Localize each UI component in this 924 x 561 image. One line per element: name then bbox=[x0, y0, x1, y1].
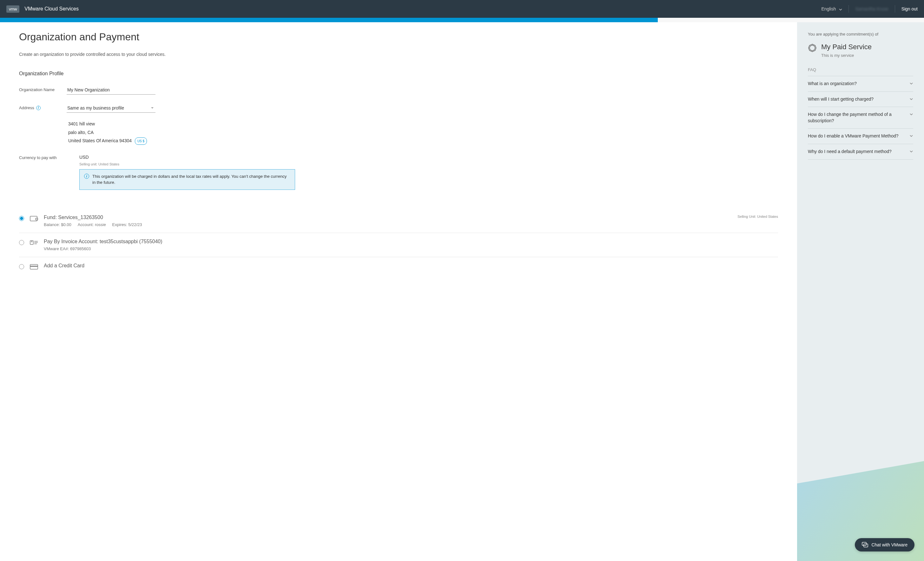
currency-info-alert: i This organization will be charged in d… bbox=[80, 169, 295, 190]
chevron-down-icon bbox=[909, 113, 913, 116]
chevron-down-icon bbox=[839, 6, 842, 11]
payment-account: Account: rossie bbox=[78, 222, 106, 227]
faq-item[interactable]: How do I change the payment method of a … bbox=[808, 107, 913, 128]
faq-heading: FAQ bbox=[808, 67, 913, 72]
chat-icon bbox=[862, 542, 868, 547]
faq-question: When will I start getting charged? bbox=[808, 96, 873, 102]
address-display: 3401 hill view palo alto, CA United Stat… bbox=[68, 120, 778, 145]
faq-question: Why do I need a default payment method? bbox=[808, 149, 892, 155]
user-name[interactable]: Samantha Kruse bbox=[855, 6, 888, 11]
payment-option-fund[interactable]: Fund: Services_13263500 Balance: $0.00 A… bbox=[19, 209, 778, 233]
svg-rect-8 bbox=[30, 266, 38, 267]
info-icon: i bbox=[84, 174, 89, 179]
chevron-down-icon bbox=[909, 149, 913, 153]
divider bbox=[895, 5, 895, 13]
logo: vmw bbox=[6, 5, 20, 13]
svg-marker-10 bbox=[810, 45, 815, 51]
language-label: English bbox=[822, 6, 836, 11]
faq-item[interactable]: What is an organization? bbox=[808, 76, 913, 92]
faq-question: What is an organization? bbox=[808, 81, 857, 87]
payment-title: Fund: Services_13263500 bbox=[44, 215, 732, 220]
faq-item[interactable]: Why do I need a default payment method? bbox=[808, 144, 913, 160]
progress-bar bbox=[0, 18, 658, 22]
service-name: My Paid Service bbox=[821, 43, 872, 51]
main-content: Organization and Payment Create an organ… bbox=[0, 22, 797, 561]
payment-title: Add a Credit Card bbox=[44, 263, 778, 269]
address-label: Address i bbox=[19, 104, 67, 110]
wallet-icon bbox=[30, 215, 38, 222]
selling-unit-hint: Selling unit: United States bbox=[80, 162, 778, 166]
svg-rect-0 bbox=[30, 216, 37, 221]
payment-option-credit-card[interactable]: Add a Credit Card bbox=[19, 257, 778, 276]
sidebar-apply-text: You are applying the commitment(s) of bbox=[808, 32, 913, 36]
address-select[interactable]: Same as my business profile bbox=[67, 104, 156, 113]
payment-methods-list: Fund: Services_13263500 Balance: $0.00 A… bbox=[19, 209, 778, 276]
info-alert-text: This organization will be charged in dol… bbox=[92, 173, 290, 186]
payment-expires: Expires: 5/22/23 bbox=[112, 222, 142, 227]
page-title: Organization and Payment bbox=[19, 31, 778, 43]
radio[interactable] bbox=[19, 240, 24, 245]
chevron-down-icon bbox=[909, 134, 913, 138]
faq-item[interactable]: When will I start getting charged? bbox=[808, 92, 913, 107]
chevron-down-icon bbox=[909, 81, 913, 86]
section-header-org-profile: Organization Profile bbox=[19, 71, 778, 77]
org-name-input[interactable] bbox=[67, 86, 156, 95]
service-desc: This is my service bbox=[821, 53, 872, 58]
chat-label: Chat with VMware bbox=[872, 542, 908, 547]
address-line-1: 3401 hill view bbox=[68, 120, 778, 128]
address-line-2: palo alto, CA bbox=[68, 128, 778, 137]
address-line-3: United States Of America 94304 bbox=[68, 138, 132, 143]
info-icon[interactable]: i bbox=[36, 106, 40, 110]
org-name-label: Organization Name bbox=[19, 86, 67, 92]
credit-card-icon bbox=[30, 263, 38, 270]
payment-ea: VMware EA#: 697985603 bbox=[44, 247, 91, 251]
global-header: vmw VMware Cloud Services English Samant… bbox=[0, 0, 924, 18]
currency-badge: US $ bbox=[135, 137, 147, 145]
currency-value: USD bbox=[80, 155, 778, 160]
payment-balance: Balance: $0.00 bbox=[44, 222, 71, 227]
language-dropdown[interactable]: English bbox=[822, 6, 843, 11]
invoice-icon bbox=[30, 239, 38, 246]
payment-option-invoice[interactable]: Pay By Invoice Account: test35custsappbi… bbox=[19, 233, 778, 257]
chat-button[interactable]: Chat with VMware bbox=[855, 538, 915, 552]
payment-selling-unit: Selling Unit: United States bbox=[737, 215, 778, 218]
page-subtitle: Create an organization to provide contro… bbox=[19, 52, 778, 57]
radio[interactable] bbox=[19, 264, 24, 269]
payment-title: Pay By Invoice Account: test35custsappbi… bbox=[44, 239, 778, 244]
brand-title: VMware Cloud Services bbox=[24, 6, 79, 12]
radio-selected[interactable] bbox=[19, 216, 24, 221]
currency-label: Currency to pay with bbox=[19, 155, 80, 190]
svg-point-3 bbox=[32, 241, 32, 242]
svg-rect-7 bbox=[30, 265, 38, 269]
faq-question: How do I change the payment method of a … bbox=[808, 111, 906, 124]
service-icon bbox=[808, 44, 817, 53]
faq-item[interactable]: How do I enable a VMware Payment Method? bbox=[808, 128, 913, 144]
faq-question: How do I enable a VMware Payment Method? bbox=[808, 133, 898, 139]
chevron-down-icon bbox=[909, 97, 913, 101]
right-sidebar: You are applying the commitment(s) of My… bbox=[797, 22, 924, 561]
svg-rect-1 bbox=[36, 218, 38, 220]
sign-out-link[interactable]: Sign out bbox=[902, 6, 918, 11]
